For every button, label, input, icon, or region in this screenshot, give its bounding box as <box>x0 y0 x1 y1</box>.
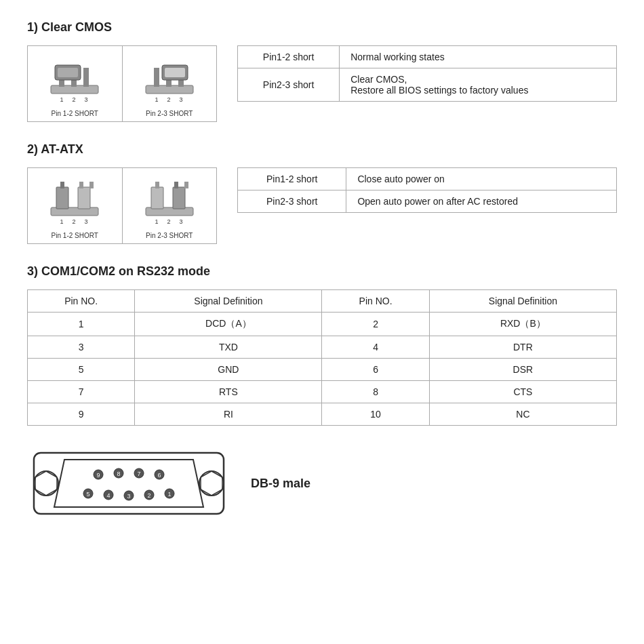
signal-def: RXD（B） <box>429 313 616 336</box>
signal-def: NC <box>429 403 616 426</box>
section1-jumper1: 1 2 3 Pin 1-2 SHORT <box>28 46 123 121</box>
svg-rect-19 <box>56 187 68 209</box>
svg-rect-3 <box>83 68 89 87</box>
db9-section: 9 8 7 6 5 4 3 2 1 DB-9 male <box>27 439 617 527</box>
table-row: 3 TXD 4 DTR <box>28 336 617 359</box>
pin-desc: Normal working states <box>340 46 617 68</box>
svg-text:1: 1 <box>167 491 171 498</box>
pin-desc: Open auto power on after AC restored <box>346 190 617 213</box>
section2-jumper2-label: Pin 2-3 SHORT <box>146 232 193 239</box>
section-com-rs232: 3) COM1/COM2 on RS232 mode Pin NO. Signa… <box>27 264 617 527</box>
section-at-atx: 2) AT-ATX 1 2 3 Pin 1-2 SHORT <box>27 142 617 244</box>
svg-text:2: 2 <box>147 492 150 499</box>
svg-text:7: 7 <box>137 470 140 477</box>
svg-text:2: 2 <box>167 218 170 225</box>
svg-text:2: 2 <box>73 96 76 103</box>
svg-text:1: 1 <box>155 96 158 103</box>
section2-jumper-box: 1 2 3 Pin 1-2 SHORT 1 2 3 P <box>27 167 217 244</box>
col-pin-no-1: Pin NO. <box>28 290 135 313</box>
table-row: Pin1-2 short Close auto power on <box>238 168 617 190</box>
svg-text:1: 1 <box>60 218 64 225</box>
section1-jumper1-label: Pin 1-2 SHORT <box>52 110 98 117</box>
section2-pin-table: Pin1-2 short Close auto power on Pin2-3 … <box>237 167 617 213</box>
signal-def: DSR <box>429 359 616 381</box>
svg-rect-22 <box>79 182 83 188</box>
svg-text:6: 6 <box>157 472 161 479</box>
pin-desc: Clear CMOS,Restore all BIOS settings to … <box>340 68 617 102</box>
svg-text:1: 1 <box>60 96 64 103</box>
svg-rect-31 <box>174 182 178 188</box>
jumper1-12-diagram: 1 2 3 <box>44 53 105 107</box>
svg-text:1: 1 <box>155 218 158 225</box>
svg-marker-38 <box>35 471 57 496</box>
pin-no: 3 <box>28 336 135 359</box>
section1-jumper2-label: Pin 2-3 SHORT <box>146 110 193 117</box>
svg-rect-28 <box>151 187 163 209</box>
table-row: Pin2-3 short Open auto power on after AC… <box>238 190 617 213</box>
svg-text:9: 9 <box>96 472 100 479</box>
table-row: 7 RTS 8 CTS <box>28 381 617 403</box>
section1-title: 1) Clear CMOS <box>27 20 617 35</box>
svg-text:2: 2 <box>73 218 76 225</box>
pin-no: 5 <box>28 359 135 381</box>
svg-text:4: 4 <box>106 492 110 499</box>
svg-text:3: 3 <box>85 96 88 103</box>
svg-marker-40 <box>201 471 222 496</box>
section1-content: 1 2 3 Pin 1-2 SHORT 1 2 <box>27 45 617 122</box>
pin-no: 8 <box>322 381 429 403</box>
section3-title: 3) COM1/COM2 on RS232 mode <box>27 264 617 279</box>
section1-jumper-box: 1 2 3 Pin 1-2 SHORT 1 2 <box>27 45 217 122</box>
svg-rect-10 <box>154 68 159 87</box>
table-row: Pin2-3 short Clear CMOS,Restore all BIOS… <box>238 68 617 102</box>
pin-name: Pin2-3 short <box>238 190 346 213</box>
pin-no: 9 <box>28 403 135 426</box>
svg-rect-23 <box>89 182 94 188</box>
com-table: Pin NO. Signal Definition Pin NO. Signal… <box>27 289 617 426</box>
signal-def: GND <box>135 359 322 381</box>
signal-def: DTR <box>429 336 616 359</box>
section2-jumper2: 1 2 3 Pin 2-3 SHORT <box>123 168 217 243</box>
svg-point-39 <box>199 471 224 496</box>
svg-rect-5 <box>58 68 78 77</box>
table-row: 9 RI 10 NC <box>28 403 617 426</box>
section2-content: 1 2 3 Pin 1-2 SHORT 1 2 3 P <box>27 167 617 244</box>
signal-def: RTS <box>135 381 322 403</box>
jumper1-23-diagram: 1 2 3 <box>139 53 200 107</box>
pin-no: 10 <box>322 403 429 426</box>
svg-rect-30 <box>155 182 159 188</box>
svg-text:3: 3 <box>179 218 182 225</box>
table-row: 5 GND 6 DSR <box>28 359 617 381</box>
table-row: Pin1-2 short Normal working states <box>238 46 617 68</box>
com-table-header: Pin NO. Signal Definition Pin NO. Signal… <box>28 290 617 313</box>
section1-jumper2: 1 2 3 Pin 2-3 SHORT <box>123 46 217 121</box>
pin-name: Pin1-2 short <box>238 46 340 68</box>
db9-diagram: 9 8 7 6 5 4 3 2 1 <box>27 439 230 527</box>
pin-no: 7 <box>28 381 135 403</box>
svg-text:3: 3 <box>85 218 88 225</box>
section2-title: 2) AT-ATX <box>27 142 617 157</box>
svg-rect-29 <box>173 187 185 209</box>
jumper2-23-diagram: 1 2 3 <box>139 175 200 229</box>
db9-label: DB-9 male <box>251 477 310 491</box>
signal-def: CTS <box>429 381 616 403</box>
signal-def: TXD <box>135 336 322 359</box>
col-sig-def-1: Signal Definition <box>135 290 322 313</box>
pin-no: 1 <box>28 313 135 336</box>
section2-jumper1-label: Pin 1-2 SHORT <box>52 232 98 239</box>
jumper2-12-diagram: 1 2 3 <box>44 175 105 229</box>
pin-desc: Close auto power on <box>346 168 617 190</box>
svg-point-37 <box>34 471 58 496</box>
svg-text:3: 3 <box>127 493 130 500</box>
section-clear-cmos: 1) Clear CMOS 1 <box>27 20 617 122</box>
pin-no: 4 <box>322 336 429 359</box>
col-pin-no-2: Pin NO. <box>322 290 429 313</box>
signal-def: DCD（A） <box>135 313 322 336</box>
col-sig-def-2: Signal Definition <box>429 290 616 313</box>
table-row: 1 DCD（A） 2 RXD（B） <box>28 313 617 336</box>
svg-rect-21 <box>60 182 64 188</box>
svg-text:8: 8 <box>117 470 120 477</box>
svg-text:3: 3 <box>179 96 182 103</box>
pin-no: 2 <box>322 313 429 336</box>
pin-no: 6 <box>322 359 429 381</box>
svg-rect-32 <box>184 182 188 188</box>
